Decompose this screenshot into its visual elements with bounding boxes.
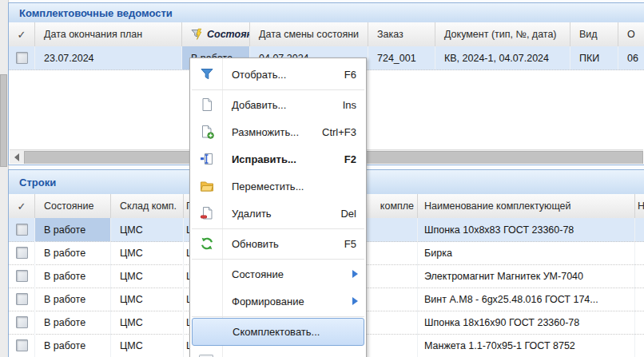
menu-separator	[192, 316, 364, 317]
cell-state[interactable]: В работе	[35, 334, 111, 357]
menu-item-delete[interactable]: Удалить Del	[190, 200, 366, 227]
page-title: Комплектовочные ведомости	[9, 7, 173, 19]
cell-date-end-plan[interactable]: 23.07.2024	[35, 46, 182, 69]
menu-item-shortcut: F6	[344, 69, 356, 81]
cell-state[interactable]: В работе	[35, 218, 111, 241]
cell-name[interactable]: Шпонка 10х8х83 ГОСТ 23360-78	[418, 218, 635, 241]
menu-item-formation[interactable]: Формирование	[190, 288, 366, 315]
menu-item-state[interactable]: Состояние	[190, 260, 366, 288]
cell-komple[interactable]	[364, 288, 418, 311]
column-header-date-end-plan[interactable]: Дата окончания план	[35, 22, 182, 46]
cell-n-cut[interactable]	[635, 241, 644, 264]
scroll-left-button[interactable]	[10, 150, 24, 164]
column-header-o-cut[interactable]: О	[618, 22, 644, 46]
row-check-cell[interactable]	[9, 334, 35, 357]
menu-item-duplicate[interactable]: Размножить... Ctrl+F3	[190, 118, 366, 145]
cell-name[interactable]: Манжета 1.1-70х95-1 ГОСТ 8752	[418, 334, 635, 357]
menu-item-refresh[interactable]: Обновить F5	[190, 230, 366, 257]
cell-komple[interactable]	[364, 311, 418, 334]
cell-warehouse[interactable]: ЦМС	[111, 264, 184, 288]
cell-n-cut[interactable]	[635, 264, 644, 288]
cell-warehouse[interactable]: ЦМС	[111, 288, 184, 311]
cell-document[interactable]: КВ, 2024-1, 04.07.2024	[435, 46, 570, 69]
menu-item-label: Размножить...	[232, 126, 299, 138]
menu-item-label: Переместить...	[232, 180, 304, 192]
row-checkbox[interactable]	[16, 293, 28, 305]
menu-item-shortcut: Ctrl+F3	[322, 126, 356, 138]
menu-separator	[192, 89, 364, 90]
column-header-state[interactable]: Состояние	[35, 194, 111, 218]
cell-warehouse[interactable]: ЦМС	[111, 218, 184, 241]
column-header-order[interactable]: Заказ	[368, 22, 435, 46]
cell-state[interactable]: В работе	[35, 288, 111, 311]
menu-item-shortcut: F2	[344, 153, 356, 165]
left-scrollbar-thumb[interactable]	[0, 74, 7, 167]
column-header-state[interactable]: Состояни	[182, 22, 250, 46]
column-header-state-label: Состояни	[207, 29, 250, 40]
cell-warehouse[interactable]: ЦМС	[111, 311, 184, 334]
panel-header: Комплектовочные ведомости	[9, 3, 644, 23]
menu-separator	[192, 228, 364, 229]
menu-item-edit[interactable]: Исправить... F2	[190, 145, 366, 173]
cell-komple[interactable]	[364, 218, 418, 241]
top-table-header: ✓ Дата окончания план Состояни Дата смен…	[9, 22, 644, 47]
menu-item-label: Формирование	[232, 296, 304, 307]
cell-komple[interactable]	[364, 264, 418, 288]
cell-state[interactable]: В работе	[35, 311, 111, 334]
cell-komple[interactable]	[364, 241, 418, 264]
add-page-icon	[199, 97, 215, 113]
row-check-cell[interactable]	[9, 241, 35, 264]
menu-item-filter[interactable]: Отобрать... F6	[190, 61, 366, 88]
menu-item-shortcut: Ins	[343, 99, 356, 111]
cell-state[interactable]: В работе	[35, 264, 111, 288]
column-header-komple[interactable]: компле	[364, 194, 418, 218]
cell-name[interactable]: Бирка	[418, 241, 635, 264]
menu-item-assemble[interactable]: Скомплектовать...	[192, 318, 364, 346]
menu-item-label: Обновить	[232, 238, 279, 250]
submenu-arrow-icon	[352, 297, 358, 305]
column-header-date-state-change[interactable]: Дата смены состояни	[250, 22, 368, 46]
column-header-document[interactable]: Документ (тип, №, дата)	[435, 22, 570, 46]
menu-item-label: Скомплектовать...	[233, 326, 320, 338]
row-check-cell[interactable]	[9, 288, 35, 311]
row-check-cell[interactable]	[9, 46, 35, 69]
column-header-kind[interactable]: Вид	[570, 22, 618, 46]
cell-state[interactable]: В работе	[35, 241, 111, 264]
cell-warehouse[interactable]: ЦМС	[111, 241, 184, 264]
filter-sort-icon	[191, 28, 204, 41]
row-check-cell[interactable]	[9, 264, 35, 288]
submenu-arrow-icon	[352, 270, 358, 278]
column-header-name[interactable]: Наименование комплектующей	[418, 194, 635, 218]
cell-n-cut[interactable]	[635, 311, 644, 334]
edit-rename-icon	[199, 151, 215, 167]
checkmark-icon: ✓	[18, 200, 26, 212]
cell-n-cut[interactable]	[635, 334, 644, 357]
row-check-cell[interactable]	[9, 311, 35, 334]
menu-item-label: Добавить...	[232, 99, 286, 111]
cell-order[interactable]: 724_001	[368, 46, 435, 69]
cell-o-cut[interactable]: 06	[618, 46, 644, 69]
column-header-warehouse[interactable]: Склад комп.	[111, 194, 184, 218]
cell-name[interactable]: Шпонка 18х16х90 ГОСТ 23360-78	[418, 311, 635, 334]
menu-item-move[interactable]: Переместить...	[190, 173, 366, 200]
menu-item-shortcut: F5	[344, 238, 356, 250]
column-header-check[interactable]: ✓	[9, 194, 35, 218]
row-checkbox[interactable]	[16, 52, 28, 64]
cell-n-cut[interactable]	[635, 218, 644, 241]
row-checkbox[interactable]	[16, 270, 28, 282]
row-check-cell[interactable]	[9, 218, 35, 241]
menu-item-add[interactable]: Добавить... Ins	[190, 91, 366, 118]
cell-kind[interactable]: ПКИ	[570, 46, 618, 69]
menu-separator	[192, 259, 364, 260]
column-header-check[interactable]: ✓	[9, 22, 35, 46]
cell-name[interactable]: Винт А.М8 - 6gх25.48.016 ГОСТ 174...	[418, 288, 635, 311]
row-checkbox[interactable]	[16, 224, 28, 236]
row-checkbox[interactable]	[16, 339, 28, 351]
cell-warehouse[interactable]: ЦМС	[111, 334, 184, 357]
row-checkbox[interactable]	[16, 247, 28, 259]
row-checkbox[interactable]	[16, 316, 28, 328]
cell-name[interactable]: Электромагнит Магнитек УМ-7040	[418, 264, 635, 288]
cell-komple[interactable]	[364, 334, 418, 357]
column-header-n-cut[interactable]: Н	[635, 194, 644, 218]
cell-n-cut[interactable]	[635, 288, 644, 311]
